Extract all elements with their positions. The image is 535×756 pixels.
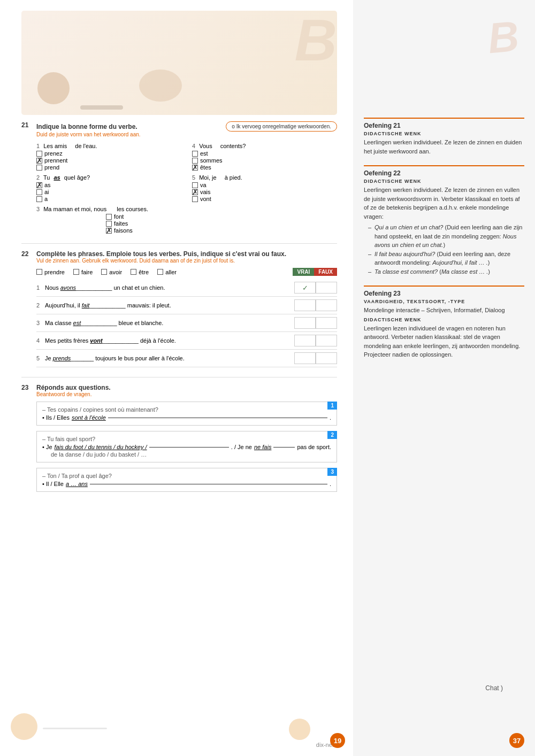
page-circle-num: 19: [330, 733, 345, 748]
sidebar-ex23-tag1: VAARDIGHEID, TEKSTSOORT, -TYPE: [364, 299, 524, 304]
ex21-item3-opt2[interactable]: faites: [106, 220, 337, 227]
ex21-item2-opt2[interactable]: ai: [36, 189, 181, 195]
checkbox-checked-icon: [106, 228, 112, 234]
ex21-item1-opt3[interactable]: prend: [36, 164, 181, 171]
ex21-item2-opt3[interactable]: a: [36, 196, 181, 202]
checkbox-icon: [36, 165, 42, 171]
checkbox-checked-icon: [36, 182, 42, 188]
ex22-verb-faire[interactable]: faire: [73, 269, 93, 275]
ex22-verb-etre[interactable]: être: [131, 269, 149, 275]
sidebar: B Oefening 21 DIDACTISCHE WENK Leerlinge…: [353, 0, 535, 756]
checkbox-icon: [192, 151, 198, 157]
ex22-verb-aller[interactable]: aller: [157, 269, 177, 275]
faux-badge: FAUX: [314, 268, 337, 276]
exercise-21: 21 Indique la bonne forme du verbe. o Ik…: [21, 121, 337, 234]
bottom-decor-line: [43, 728, 107, 729]
ex21-item-2: 2 Tu as quel âge? as ai: [36, 174, 181, 203]
ex22-row-1: 1 Nous avons___________ un chat et un ch…: [36, 279, 337, 297]
sidebar-ex23-tag2: DIDACTISCHE WENK: [364, 317, 524, 322]
bottom-decor-circle-left: [11, 713, 37, 740]
sidebar-ex21-tag: DIDACTISCHE WENK: [364, 131, 524, 136]
sidebar-ex22-list-item-1: Qui a un chien et un chat? (Duid een lee…: [370, 223, 524, 250]
sidebar-top-decor: B: [364, 11, 524, 118]
sidebar-ex22-list-item-3: Ta classe est comment? (Ma classe est … …: [370, 267, 524, 276]
checkbox-icon: [36, 189, 42, 195]
ex21-item5-opt1[interactable]: va: [192, 182, 337, 188]
ex23-num: 23: [21, 384, 36, 391]
ex22-row5-vrai[interactable]: [294, 352, 316, 364]
checkbox-icon: [101, 269, 107, 275]
sidebar-ex23-text: Leerlingen lezen individueel de vragen e…: [364, 324, 524, 359]
ex23-title: Réponds aux questions.: [36, 384, 111, 391]
ex21-item2-opt1[interactable]: as: [36, 182, 181, 188]
ex22-row-2: 2 Aujourd'hui, il fait___________ mauvai…: [36, 297, 337, 314]
checkmark-icon: ✓: [302, 284, 308, 292]
ex21-subtitle: Duid de juiste vorm van het werkwoord aa…: [36, 132, 337, 137]
ex21-item4-opt3[interactable]: êtes: [192, 164, 337, 171]
exercise-23: 23 Réponds aux questions. Beantwoord de …: [21, 384, 337, 492]
ex21-item-3: 3 Ma maman et moi, nous les courses. fon…: [36, 206, 337, 234]
ex22-row1-vrai[interactable]: ✓: [294, 282, 316, 294]
page-circle-right: 37: [509, 733, 524, 748]
page-circle-left: 19: [330, 733, 345, 748]
ex22-verb-avoir[interactable]: avoir: [101, 269, 122, 275]
checkbox-icon: [36, 196, 42, 202]
sidebar-ex23-title: Oefening 23: [364, 290, 524, 297]
ex21-item1-opt1[interactable]: prenez: [36, 150, 181, 157]
sidebar-ex22-list-item-2: Il fait beau aujourd'hui? (Duid een leer…: [370, 250, 524, 267]
ex21-item5-opt2[interactable]: vais: [192, 189, 337, 195]
sidebar-ex21-text: Leerlingen werken individueel. Ze lezen …: [364, 138, 524, 156]
checkbox-icon: [157, 269, 163, 275]
ex22-row3-vrai[interactable]: [294, 317, 316, 329]
ex21-item-5: 5 Moi, je à pied. va vais: [192, 174, 337, 203]
sidebar-ex22-tag: DIDACTISCHE WENK: [364, 179, 524, 184]
chat-label: Chat ): [485, 684, 503, 692]
ex21-item5-opt3[interactable]: vont: [192, 196, 337, 202]
sidebar-ex22-title: Oefening 22: [364, 169, 524, 177]
checkbox-icon: [73, 269, 79, 275]
ex23-block-1: 1 – Tes copains / copines sont où mainte…: [36, 402, 337, 426]
ex22-row-3: 3 Ma classe est___________ bleue et blan…: [36, 314, 337, 332]
ex22-row4-faux[interactable]: [316, 335, 337, 346]
ex21-item-1: 1 Les amis de l'eau. prenez prennent: [36, 143, 181, 171]
ex22-row-4: 4 Mes petits frères vont___________ déjà…: [36, 332, 337, 350]
ex22-row5-faux[interactable]: [316, 352, 337, 364]
checkbox-icon: [106, 214, 112, 220]
checkbox-checked-icon: [192, 165, 198, 171]
bg-watermark-text: B: [295, 11, 337, 70]
page-circle-right-num: 37: [509, 733, 524, 748]
ex21-num: 21: [21, 121, 36, 129]
ex22-row2-faux[interactable]: [316, 299, 337, 311]
ex23-block-2: 2 – Tu fais quel sport? • Je fais du foo…: [36, 431, 337, 462]
ex22-title: Complète les phrases. Emploie tous les v…: [36, 250, 286, 258]
sidebar-ex22-text: Leerlingen werken individueel. Ze lezen …: [364, 186, 524, 221]
ex21-item4-opt2[interactable]: sommes: [192, 157, 337, 164]
ex22-row-5: 5 Je prends_______ toujours le bus pour …: [36, 350, 337, 367]
ex22-row3-faux[interactable]: [316, 317, 337, 329]
ex21-item1-opt2[interactable]: prennent: [36, 157, 181, 164]
ex21-item3-opt3[interactable]: faisons: [106, 227, 337, 234]
ex22-row2-vrai[interactable]: [294, 299, 316, 311]
sidebar-oefening-23: Oefening 23 VAARDIGHEID, TEKSTSOORT, -TY…: [364, 286, 524, 359]
ex22-rows: 1 Nous avons___________ un chat et un ch…: [36, 279, 337, 367]
ex22-row4-vrai[interactable]: [294, 335, 316, 346]
checkbox-icon: [192, 196, 198, 202]
ex22-verb-prendre[interactable]: prendre: [36, 269, 65, 275]
ex23-badge-1: 1: [327, 402, 337, 410]
top-image-area: B: [21, 11, 337, 115]
ex21-item3-opt1[interactable]: font: [106, 213, 337, 220]
vrai-badge: VRAI: [293, 268, 314, 276]
ex22-row1-faux[interactable]: [316, 282, 337, 294]
ex21-title: Indique la bonne forme du verbe.: [36, 123, 137, 130]
sidebar-ex21-title: Oefening 21: [364, 122, 524, 129]
ex23-block-3: 3 – Ton / Ta prof a quel âge? • Il / Ell…: [36, 468, 337, 492]
checkbox-icon: [131, 269, 136, 275]
sidebar-ex22-list: Qui a un chien et un chat? (Duid een lee…: [370, 223, 524, 276]
sidebar-watermark: B: [486, 15, 521, 60]
ex23-badge-3: 3: [327, 468, 337, 476]
ex21-item4-opt1[interactable]: est: [192, 150, 337, 157]
ex23-badge-2: 2: [327, 431, 337, 439]
sidebar-ex23-tag1-text: Mondelinge interactie – Schrijven, Infor…: [364, 306, 524, 315]
exercise-22: 22 Complète les phrases. Emploie tous le…: [21, 250, 337, 367]
sidebar-oefening-21: Oefening 21 DIDACTISCHE WENK Leerlingen …: [364, 118, 524, 156]
